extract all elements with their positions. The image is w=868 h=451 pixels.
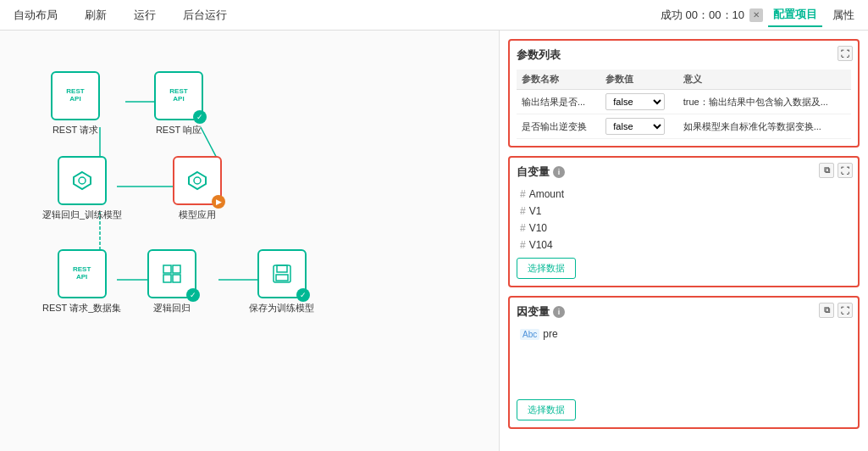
var-name: V104 — [529, 239, 553, 251]
self-vars-section: 自变量 i ⧉ ⛶ #Amount#V1#V10#V104 选择数据 — [508, 156, 860, 287]
node-logic-reg-box[interactable]: ✓ — [147, 249, 196, 298]
param-value-select[interactable]: false true — [605, 93, 665, 110]
param-col-meaning: 意义 — [678, 70, 851, 90]
params-title: 参数列表 ⛶ — [517, 47, 851, 63]
svg-rect-14 — [173, 275, 180, 282]
self-vars-copy-btn[interactable]: ⧉ — [819, 163, 834, 178]
status-text: 成功 00：00：10 — [661, 8, 744, 23]
node-rest-data-label: REST 请求_数据集 — [42, 302, 121, 315]
factor-vars-expand-btn[interactable]: ⛶ — [838, 303, 853, 318]
node-rest-resp[interactable]: RESTAPI ✓ REST 响应 — [154, 71, 203, 136]
node-logic-train-box[interactable] — [58, 156, 107, 205]
params-section: 参数列表 ⛶ 参数名称 参数值 意义 输出结果是否... false — [508, 39, 860, 148]
param-col-name: 参数名称 — [517, 70, 600, 90]
var-name: pre — [543, 328, 557, 340]
param-row: 是否输出逆变换 false true 如果模型来自标准化等数据变换... — [517, 114, 851, 139]
tab-config[interactable]: 配置项目 — [768, 3, 822, 27]
self-vars-actions: ⧉ ⛶ — [819, 163, 853, 178]
node-save-train-label: 保存为训练模型 — [249, 302, 314, 315]
params-actions: ⛶ — [838, 46, 853, 61]
node-model-apply-label: 模型应用 — [179, 209, 216, 221]
self-vars-expand-btn[interactable]: ⛶ — [838, 163, 853, 178]
self-var-item: #V104 — [517, 237, 851, 253]
node-rest-resp-box[interactable]: RESTAPI ✓ — [154, 71, 203, 120]
factor-var-item: Abcpre — [517, 326, 851, 342]
svg-rect-17 — [276, 275, 288, 281]
node-save-train-badge: ✓ — [296, 288, 310, 302]
factor-vars-copy-btn[interactable]: ⧉ — [819, 303, 834, 318]
var-prefix: # — [520, 222, 526, 234]
var-name: V1 — [529, 205, 542, 217]
auto-layout-btn[interactable]: 自动布局 — [8, 4, 63, 26]
svg-marker-7 — [74, 172, 91, 189]
param-value-select[interactable]: false true — [605, 118, 665, 135]
var-prefix: # — [520, 205, 526, 217]
close-status-btn[interactable]: ✕ — [749, 8, 763, 22]
self-vars-select-btn[interactable]: 选择数据 — [517, 258, 576, 279]
node-save-train-box[interactable]: ✓ — [257, 249, 307, 298]
node-model-apply-box[interactable]: ▶ — [173, 156, 222, 205]
param-row-name: 输出结果是否... — [517, 90, 600, 114]
node-rest-resp-label: REST 响应 — [156, 124, 202, 136]
svg-point-10 — [194, 177, 201, 184]
factor-vars-actions: ⧉ ⛶ — [819, 303, 853, 318]
node-rest-req-box[interactable]: RESTAPI — [51, 71, 100, 120]
node-rest-req-label: REST 请求 — [53, 124, 98, 136]
svg-rect-12 — [173, 265, 180, 273]
tab-props[interactable]: 属性 — [827, 4, 860, 26]
node-model-apply-badge: ▶ — [212, 195, 225, 209]
param-row-value[interactable]: false true — [600, 114, 677, 139]
node-rest-data-box[interactable]: RESTAPI — [58, 249, 107, 298]
node-logic-train-label: 逻辑回归_训练模型 — [42, 209, 122, 221]
svg-rect-11 — [163, 265, 171, 273]
bg-run-btn[interactable]: 后台运行 — [178, 4, 232, 26]
var-prefix: # — [520, 188, 526, 200]
params-expand-btn[interactable]: ⛶ — [838, 46, 853, 61]
param-col-value: 参数值 — [600, 70, 677, 90]
node-model-apply[interactable]: ▶ 模型应用 — [173, 156, 222, 221]
node-rest-req[interactable]: RESTAPI REST 请求 — [51, 71, 100, 136]
param-row-name: 是否输出逆变换 — [517, 114, 600, 139]
self-vars-title: 自变量 i ⧉ ⛶ — [517, 164, 851, 180]
node-rest-data[interactable]: RESTAPI REST 请求_数据集 — [42, 249, 121, 315]
self-var-item: #V10 — [517, 220, 851, 236]
run-btn[interactable]: 运行 — [129, 4, 161, 26]
node-logic-reg[interactable]: ✓ 逻辑回归 — [147, 249, 196, 315]
self-vars-list: #Amount#V1#V10#V104 — [517, 187, 851, 253]
node-rest-resp-badge: ✓ — [193, 110, 207, 124]
node-logic-train[interactable]: 逻辑回归_训练模型 — [42, 156, 122, 221]
right-panel: 参数列表 ⛶ 参数名称 参数值 意义 输出结果是否... false — [500, 31, 868, 451]
svg-marker-9 — [189, 172, 206, 189]
self-vars-info-icon[interactable]: i — [553, 166, 565, 178]
toolbar: 自动布局 刷新 运行 后台运行 成功 00：00：10 ✕ 配置项目 属性 — [0, 0, 868, 31]
factor-vars-list: Abcpre — [517, 326, 851, 394]
self-var-item: #V1 — [517, 203, 851, 219]
self-var-item: #Amount — [517, 187, 851, 202]
factor-vars-title: 因变量 i ⧉ ⛶ — [517, 304, 851, 320]
factor-vars-section: 因变量 i ⧉ ⛶ Abcpre 选择数据 — [508, 296, 860, 429]
svg-rect-16 — [277, 265, 287, 272]
var-name: Amount — [529, 188, 564, 200]
node-logic-reg-label: 逻辑回归 — [153, 302, 191, 315]
factor-vars-select-btn[interactable]: 选择数据 — [517, 399, 576, 420]
param-row: 输出结果是否... false true true：输出结果中包含输入数据及..… — [517, 90, 851, 114]
params-table: 参数名称 参数值 意义 输出结果是否... false true true：输出… — [517, 70, 851, 139]
main-area: ‹ RESTAPI REST 请求 — [0, 31, 868, 451]
var-type-prefix: Abc — [520, 329, 539, 340]
refresh-btn[interactable]: 刷新 — [80, 4, 112, 26]
var-name: V10 — [529, 222, 547, 234]
param-row-meaning: 如果模型来自标准化等数据变换... — [678, 114, 851, 139]
canvas[interactable]: ‹ RESTAPI REST 请求 — [0, 31, 500, 451]
var-prefix: # — [520, 239, 526, 251]
param-row-value[interactable]: false true — [600, 90, 677, 114]
svg-point-8 — [79, 177, 86, 184]
svg-rect-13 — [163, 275, 171, 282]
factor-vars-info-icon[interactable]: i — [553, 306, 565, 318]
node-logic-reg-badge: ✓ — [186, 288, 200, 302]
node-save-train[interactable]: ✓ 保存为训练模型 — [249, 249, 314, 315]
param-row-meaning: true：输出结果中包含输入数据及... — [678, 90, 851, 114]
status-area: 成功 00：00：10 ✕ 配置项目 属性 — [661, 3, 860, 27]
